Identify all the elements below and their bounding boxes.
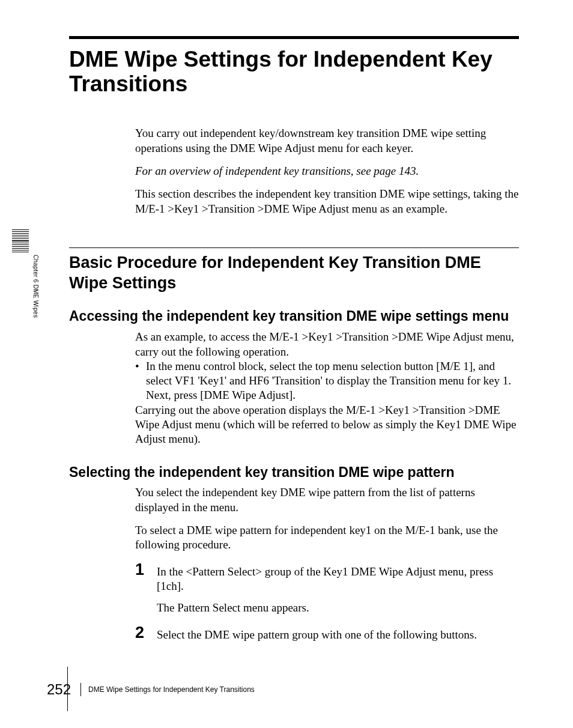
subsection-heading-2: Selecting the independent key transition… (69, 464, 519, 481)
intro-paragraph-1: You carry out independent key/downstream… (135, 126, 519, 156)
step-number: 2 (135, 624, 157, 641)
sub1-paragraph-2: Carrying out the above operation display… (135, 403, 519, 447)
subsection-heading-1: Accessing the independent key transition… (69, 308, 519, 325)
step-1-sub: The Pattern Select menu appears. (157, 601, 519, 615)
step-text: In the <Pattern Select> group of the Key… (157, 561, 519, 594)
sidebar-lines-icon (12, 229, 29, 252)
section-heading: Basic Procedure for Independent Key Tran… (69, 253, 519, 294)
intro-paragraph-2: For an overview of independent key trans… (135, 164, 519, 178)
page-title: DME Wipe Settings for Independent Key Tr… (69, 47, 519, 96)
step-2: 2 Select the DME wipe pattern group with… (135, 624, 519, 642)
sub2-paragraph-1: You select the independent key DME wipe … (135, 485, 519, 515)
sub2-paragraph-2: To select a DME wipe pattern for indepen… (135, 523, 519, 553)
sub1-bullet: In the menu control block, select the to… (135, 359, 519, 403)
intro-paragraph-3: This section describes the independent k… (135, 187, 519, 216)
step-text: Select the DME wipe pattern group with o… (157, 624, 477, 642)
page-number: 252 (47, 681, 71, 698)
sub1-paragraph-1: As an example, to access the M/E-1 >Key1… (135, 330, 519, 359)
step-number: 1 (135, 561, 157, 578)
sidebar-chapter-label: Chapter 6 DME Wipes (32, 255, 39, 318)
step-1: 1 In the <Pattern Select> group of the K… (135, 561, 519, 594)
page-footer: 252 DME Wipe Settings for Independent Ke… (47, 681, 255, 698)
sidebar-chapter-marker: Chapter 6 DME Wipes (12, 227, 39, 318)
footer-title: DME Wipe Settings for Independent Key Tr… (88, 685, 255, 694)
